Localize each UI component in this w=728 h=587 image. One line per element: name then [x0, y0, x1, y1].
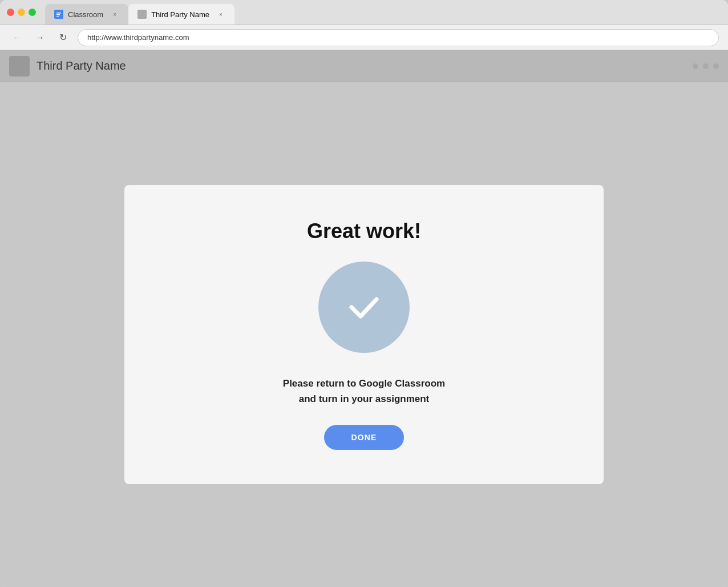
nav-bar: ← → ↻ http://www.thirdpartyname.com — [0, 25, 728, 50]
tabs: Classroom × Third Party Name × — [45, 0, 721, 25]
app-title: Third Party Name — [37, 59, 686, 73]
thirdparty-favicon — [137, 10, 147, 19]
success-message-line1: Please return to Google Classroom — [283, 376, 445, 391]
success-message: Please return to Google Classroom and tu… — [283, 376, 445, 407]
tab-thirdparty[interactable]: Third Party Name × — [128, 4, 234, 25]
svg-rect-3 — [56, 16, 59, 17]
success-title: Great work! — [307, 219, 421, 243]
app-bar: Third Party Name — [0, 50, 728, 82]
browser-window: Classroom × Third Party Name × ← → ↻ htt… — [0, 0, 728, 587]
app-dot-1 — [693, 63, 698, 69]
app-dots — [693, 63, 719, 69]
app-dot-3 — [713, 63, 719, 69]
forward-button[interactable]: → — [32, 30, 48, 46]
tab-thirdparty-label: Third Party Name — [151, 10, 209, 19]
back-icon: ← — [13, 33, 22, 43]
checkmark-circle — [318, 262, 410, 353]
url-text: http://www.thirdpartyname.com — [87, 33, 189, 42]
traffic-light-green[interactable] — [29, 9, 36, 16]
done-button[interactable]: DONE — [324, 425, 405, 450]
tab-classroom-close[interactable]: × — [110, 10, 119, 19]
reload-button[interactable]: ↻ — [55, 30, 71, 46]
success-message-line2: and turn in your assignment — [283, 391, 445, 407]
address-bar[interactable]: http://www.thirdpartyname.com — [78, 29, 719, 46]
reload-icon: ↻ — [59, 32, 67, 43]
title-bar: Classroom × Third Party Name × — [0, 0, 728, 25]
svg-rect-2 — [56, 14, 60, 15]
tab-classroom-label: Classroom — [68, 10, 103, 19]
tab-thirdparty-close[interactable]: × — [216, 10, 225, 19]
classroom-favicon — [54, 10, 63, 19]
tab-classroom[interactable]: Classroom × — [45, 4, 128, 25]
back-button[interactable]: ← — [9, 30, 25, 46]
content-area: Great work! Please return to Google Clas… — [0, 82, 728, 587]
forward-icon: → — [35, 33, 45, 43]
svg-rect-1 — [56, 13, 61, 14]
checkmark-icon — [343, 287, 385, 328]
app-dot-2 — [703, 63, 709, 69]
traffic-lights — [7, 9, 36, 16]
success-card: Great work! Please return to Google Clas… — [124, 185, 604, 484]
app-logo — [9, 56, 30, 77]
traffic-light-yellow[interactable] — [18, 9, 25, 16]
traffic-light-red[interactable] — [7, 9, 14, 16]
